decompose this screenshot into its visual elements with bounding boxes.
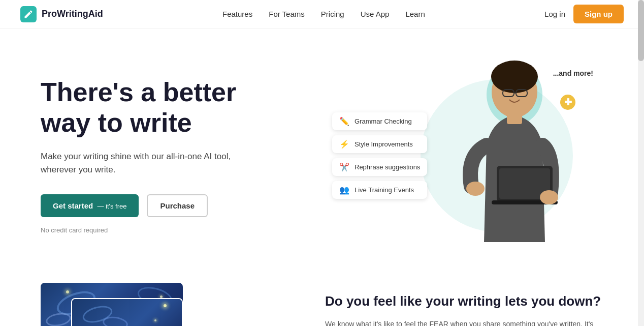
hero-title-line2: way to write bbox=[41, 108, 192, 137]
svg-point-10 bbox=[540, 190, 558, 204]
logo-icon bbox=[20, 6, 37, 22]
feature-card-grammar: ✏️ Grammar Checking bbox=[332, 112, 427, 130]
and-more-label: ...and more! bbox=[553, 69, 593, 77]
hero-subtitle: Make your writing shine with our all-in-… bbox=[41, 150, 254, 176]
purchase-button[interactable]: Purchase bbox=[147, 194, 208, 217]
plus-badge: ✚ bbox=[560, 95, 575, 110]
hero-section: There's a better way to write Make your … bbox=[0, 28, 644, 273]
login-link[interactable]: Log in bbox=[544, 10, 565, 18]
logo-link[interactable]: ProWritingAid bbox=[20, 6, 103, 22]
feature-card-rephrase: ✂️ Rephrase suggestions bbox=[332, 158, 427, 176]
style-label: Style Improvements bbox=[355, 140, 413, 148]
hero-note: No credit card required bbox=[41, 226, 322, 234]
grammar-icon: ✏️ bbox=[339, 116, 349, 126]
hero-buttons: Get started — it's free Purchase bbox=[41, 194, 322, 217]
feature-cards: ✏️ Grammar Checking ⚡ Style Improvements… bbox=[332, 112, 427, 199]
nav-item-learn[interactable]: Learn bbox=[405, 10, 425, 19]
scrollbar[interactable] bbox=[638, 0, 644, 326]
section2-content: Do you feel like your writing lets you d… bbox=[325, 283, 603, 326]
training-icon: 👥 bbox=[339, 185, 349, 195]
hero-left: There's a better way to write Make your … bbox=[41, 77, 322, 234]
nav-link-learn[interactable]: Learn bbox=[405, 10, 425, 18]
svg-point-9 bbox=[466, 182, 485, 196]
svg-point-2 bbox=[491, 61, 538, 93]
signup-button[interactable]: Sign up bbox=[573, 5, 624, 23]
get-started-label: Get started bbox=[53, 201, 93, 210]
section2: My idea in my head Do you feel like your… bbox=[0, 273, 644, 326]
hero-right: ...and more! ✚ bbox=[322, 59, 603, 252]
get-started-suffix: — it's free bbox=[97, 202, 126, 210]
training-label: Live Training Events bbox=[355, 186, 414, 194]
starry-night-overlay bbox=[71, 298, 183, 326]
rephrase-icon: ✂️ bbox=[339, 162, 349, 172]
hero-title: There's a better way to write bbox=[41, 77, 322, 138]
svg-rect-11 bbox=[507, 114, 522, 124]
feature-card-style: ⚡ Style Improvements bbox=[332, 135, 427, 153]
person-illustration bbox=[456, 54, 573, 242]
starry-night-container: My idea in my head bbox=[41, 283, 213, 326]
style-icon: ⚡ bbox=[339, 139, 349, 149]
nav-item-features[interactable]: Features bbox=[222, 10, 252, 19]
logo-text: ProWritingAid bbox=[42, 9, 103, 19]
nav-item-pricing[interactable]: Pricing bbox=[321, 10, 344, 19]
logo-svg bbox=[23, 9, 34, 19]
nav-links: Features For Teams Pricing Use App Learn bbox=[222, 10, 425, 19]
grammar-label: Grammar Checking bbox=[355, 117, 412, 125]
nav-link-use-app[interactable]: Use App bbox=[361, 10, 390, 18]
get-started-button[interactable]: Get started — it's free bbox=[41, 194, 139, 217]
nav-link-features[interactable]: Features bbox=[222, 10, 252, 18]
nav-actions: Log in Sign up bbox=[544, 5, 624, 23]
section2-title: Do you feel like your writing lets you d… bbox=[325, 293, 603, 310]
scrollbar-thumb[interactable] bbox=[638, 0, 644, 61]
nav-item-use-app[interactable]: Use App bbox=[361, 10, 390, 19]
feature-card-training: 👥 Live Training Events bbox=[332, 181, 427, 199]
section2-illustration: My idea in my head bbox=[41, 283, 295, 326]
nav-item-for-teams[interactable]: For Teams bbox=[269, 10, 305, 19]
hero-title-line1: There's a better bbox=[41, 77, 236, 107]
rephrase-label: Rephrase suggestions bbox=[355, 163, 420, 171]
navbar: ProWritingAid Features For Teams Pricing… bbox=[0, 0, 644, 28]
nav-link-pricing[interactable]: Pricing bbox=[321, 10, 344, 18]
nav-link-for-teams[interactable]: For Teams bbox=[269, 10, 305, 18]
section2-text: We know what it's like to feel the FEAR … bbox=[325, 318, 603, 326]
